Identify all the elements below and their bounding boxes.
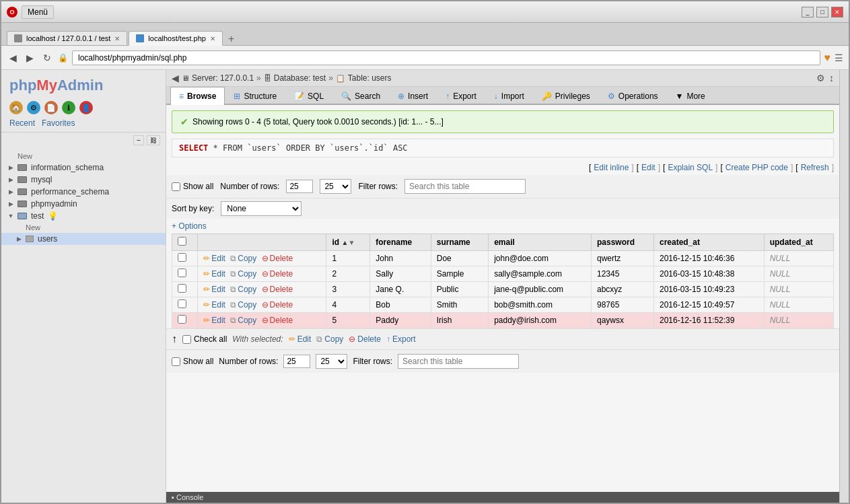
maximize-button[interactable]: □	[816, 7, 828, 17]
close-button[interactable]: ✕	[831, 7, 843, 17]
delete-row-button[interactable]: ⊖ Delete	[262, 285, 293, 294]
edit-row-button[interactable]: ✏ Edit	[203, 254, 225, 263]
num-rows-input[interactable]	[286, 180, 313, 193]
col-header-surname[interactable]: surname	[431, 234, 488, 251]
collapse-button[interactable]: −	[133, 135, 144, 145]
tree-item-test[interactable]: ▼ test 💡	[1, 210, 166, 222]
forward-button[interactable]: ▶	[24, 51, 36, 65]
edit-row-button[interactable]: ✏ Edit	[203, 269, 225, 279]
delete-row-button[interactable]: ⊖ Delete	[262, 254, 293, 263]
copy-row-button[interactable]: ⧉ Copy	[230, 300, 256, 310]
browser-tab-1-close[interactable]: ✕	[114, 35, 120, 42]
alert-text: Showing rows 0 - 4 (5 total, Query took …	[192, 117, 444, 127]
back-nav-button[interactable]: ◀	[172, 73, 179, 83]
tab-sql[interactable]: 📝 SQL	[285, 87, 332, 105]
bottom-copy-button[interactable]: ⧉ Copy	[316, 334, 343, 344]
browser-tab-1[interactable]: localhost / 127.0.0.1 / test ✕	[7, 31, 127, 45]
create-php-link[interactable]: Create PHP code	[725, 163, 788, 172]
docs-icon[interactable]: 📄	[44, 101, 58, 114]
row-checkbox[interactable]	[178, 315, 186, 324]
show-all-bottom-checkbox[interactable]	[172, 357, 180, 366]
menu-button[interactable]: Menü	[22, 5, 54, 19]
favorite-icon[interactable]: ♥	[824, 52, 831, 64]
tab-insert[interactable]: ⊕ Insert	[389, 87, 437, 105]
delete-row-button[interactable]: ⊖ Delete	[262, 316, 293, 325]
col-header-email[interactable]: email	[489, 234, 592, 251]
edit-row-button[interactable]: ✏ Edit	[203, 300, 225, 310]
select-all-checkbox[interactable]	[178, 237, 186, 246]
bottom-delete-button[interactable]: ⊖ Delete	[349, 334, 381, 344]
tree-item-users[interactable]: ▶ users	[1, 233, 166, 245]
options-link[interactable]: + Options	[172, 221, 207, 231]
scrollbar[interactable]	[839, 70, 849, 503]
edit-row-button[interactable]: ✏ Edit	[203, 316, 225, 325]
tree-item-new-test[interactable]: New	[1, 222, 166, 233]
edit-inline-link[interactable]: Edit inline	[594, 163, 629, 172]
tree-item-information-schema[interactable]: ▶ information_schema	[1, 161, 166, 174]
settings-header-button[interactable]: ⚙	[816, 73, 825, 83]
user-icon[interactable]: 👤	[79, 101, 93, 114]
edit-row-button[interactable]: ✏ Edit	[203, 285, 225, 294]
copy-row-button[interactable]: ⧉ Copy	[230, 285, 256, 294]
console-bar[interactable]: ▪ Console	[166, 492, 839, 503]
bottom-export-button[interactable]: ↑ Export	[386, 334, 416, 344]
tab-export[interactable]: ↑ Export	[437, 87, 485, 105]
new-tab-button[interactable]: +	[224, 33, 238, 45]
tab-search[interactable]: 🔍 Search	[332, 87, 389, 105]
row-checkbox[interactable]	[178, 284, 186, 293]
delete-row-button[interactable]: ⊖ Delete	[262, 269, 293, 279]
favorites-link[interactable]: Favorites	[42, 118, 75, 128]
row-checkbox[interactable]	[178, 299, 186, 308]
tab-operations[interactable]: ⚙ Operations	[599, 87, 667, 105]
copy-row-button[interactable]: ⧉ Copy	[230, 316, 256, 325]
db-icon	[17, 213, 27, 219]
num-rows-dropdown[interactable]: 2550100	[320, 179, 351, 194]
tab-import[interactable]: ↓ Import	[485, 87, 533, 105]
operations-icon: ⚙	[608, 92, 615, 101]
col-header-forename[interactable]: forename	[370, 234, 431, 251]
delete-row-button[interactable]: ⊖ Delete	[262, 300, 293, 310]
show-all-checkbox[interactable]	[172, 182, 180, 191]
info-icon[interactable]: ℹ	[62, 101, 75, 114]
browser-tab-2-close[interactable]: ✕	[210, 35, 215, 42]
table-label: users	[38, 234, 57, 244]
tab-structure[interactable]: ⊞ Structure	[225, 87, 285, 105]
num-rows-input-bottom[interactable]	[283, 355, 310, 368]
tab-more[interactable]: ▼ More	[667, 87, 714, 105]
sort-select[interactable]: None	[221, 201, 302, 216]
bottom-edit-button[interactable]: ✏ Edit	[289, 334, 312, 344]
expand-header-button[interactable]: ↕	[829, 73, 834, 83]
copy-row-button[interactable]: ⧉ Copy	[230, 254, 256, 263]
row-checkbox[interactable]	[178, 253, 186, 262]
filter-input-top[interactable]	[404, 179, 526, 194]
copy-row-button[interactable]: ⧉ Copy	[230, 269, 256, 279]
back-button[interactable]: ◀	[7, 51, 20, 65]
tree-item-mysql[interactable]: ▶ mysql	[1, 174, 166, 186]
reload-button[interactable]: ↻	[40, 51, 54, 65]
edit-link[interactable]: Edit	[641, 163, 656, 172]
col-header-actions	[198, 234, 326, 251]
tab-browse[interactable]: ≡ Browse	[170, 87, 225, 105]
recent-link[interactable]: Recent	[9, 118, 35, 128]
tree-item-new-server[interactable]: New	[1, 151, 166, 161]
tree-item-phpmyadmin[interactable]: ▶ phpmyadmin	[1, 198, 166, 210]
link-button[interactable]: ⛓	[147, 135, 160, 145]
minimize-button[interactable]: _	[802, 7, 814, 17]
col-header-updated[interactable]: updated_at	[764, 234, 833, 251]
settings-icon[interactable]: ⚙	[27, 101, 40, 114]
address-input[interactable]	[72, 50, 820, 65]
col-header-password[interactable]: password	[591, 234, 653, 251]
browser-menu-icon[interactable]: ☰	[835, 52, 843, 63]
num-rows-dropdown-bottom[interactable]: 2550100	[316, 354, 347, 369]
browser-tab-2[interactable]: localhost/test.php ✕	[129, 31, 223, 46]
home-icon[interactable]: 🏠	[9, 101, 23, 114]
check-all-bottom-checkbox[interactable]	[182, 335, 191, 344]
filter-input-bottom[interactable]	[398, 354, 519, 369]
tab-privileges[interactable]: 🔑 Privileges	[533, 87, 599, 105]
refresh-link[interactable]: Refresh	[801, 163, 829, 172]
col-header-created[interactable]: created_at	[654, 234, 765, 251]
row-checkbox[interactable]	[178, 268, 186, 277]
explain-sql-link[interactable]: Explain SQL	[668, 163, 713, 172]
tree-item-performance-schema[interactable]: ▶ performance_schema	[1, 186, 166, 198]
col-header-id[interactable]: id ▲▼	[326, 234, 370, 251]
